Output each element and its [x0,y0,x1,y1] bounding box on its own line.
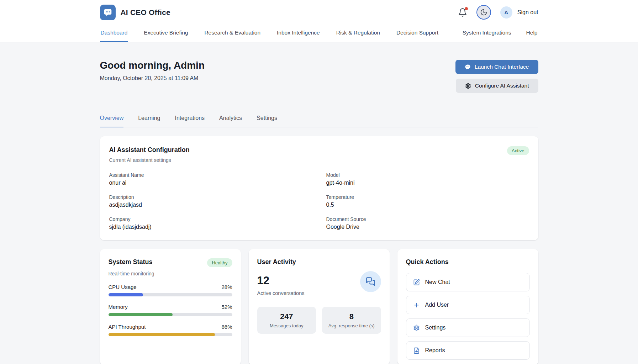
stat-label: Messages today [261,323,313,328]
sign-out-button[interactable]: Sign out [517,9,538,16]
progress-fill-cpu [109,293,143,296]
app-title: AI CEO Office [121,8,170,17]
nav-item-system-integrations[interactable]: System Integrations [462,25,512,42]
nav-item-dashboard[interactable]: Dashboard [100,25,128,42]
stat-value: 247 [261,312,313,321]
current-datetime: Monday, October 20, 2025 at 11:09 AM [100,75,205,81]
metric-api-throughput: API Throughput 86% [109,324,232,336]
add-user-button[interactable]: Add User [406,296,530,314]
system-status-title: System Status [109,258,153,266]
app-logo-chat-icon [100,5,116,20]
user-avatar[interactable]: A [500,6,512,19]
quick-actions-title: Quick Actions [406,258,530,266]
config-card-title: AI Assistant Configuration [109,146,190,154]
field-value: sjdla (idasjdsadj) [109,224,312,230]
metric-label: Memory [109,304,128,310]
launch-chat-button[interactable]: Launch Chat Interface [455,60,538,74]
edit-pencil-icon [413,279,420,286]
user-activity-card: User Activity 12 Active conversations 24… [249,249,390,364]
reports-label: Reports [425,347,445,354]
field-label: Temperature [326,194,529,200]
field-label: Assistant Name [109,172,312,178]
configure-ai-label: Configure AI Assistant [475,83,529,89]
metric-memory: Memory 52% [109,304,232,316]
tab-integrations[interactable]: Integrations [175,115,205,127]
tab-settings[interactable]: Settings [257,115,277,127]
main-content: Good morning, Admin Monday, October 20, … [100,60,538,364]
metric-value: 52% [221,304,232,310]
launch-chat-label: Launch Chat Interface [475,64,529,70]
nav-item-executive-briefing[interactable]: Executive Briefing [143,25,189,42]
configure-ai-button[interactable]: Configure AI Assistant [456,79,538,93]
tab-analytics[interactable]: Analytics [219,115,242,127]
stat-value: 8 [326,312,378,321]
report-document-icon [413,347,420,354]
active-conversations-label: Active conversations [257,290,305,296]
status-badge-active: Active [507,146,529,155]
metric-cpu-usage: CPU Usage 28% [109,284,232,296]
field-description: Description asdjasdkjasd [109,194,312,208]
config-card-subtitle: Current AI assistant settings [109,157,190,163]
moon-icon [480,9,487,16]
tab-learning[interactable]: Learning [138,115,160,127]
new-chat-button[interactable]: New Chat [406,273,530,291]
system-status-card: System Status Healthy Real-time monitori… [100,249,241,364]
nav-item-decision-support[interactable]: Decision Support [396,25,439,42]
field-label: Company [109,216,312,222]
new-chat-label: New Chat [425,279,450,285]
brand: AI CEO Office [100,5,170,20]
settings-label: Settings [425,325,446,331]
gear-icon [465,83,471,89]
plus-icon [413,302,420,308]
progress-track [109,333,232,336]
nav-item-research-evaluation[interactable]: Research & Evaluation [204,25,261,42]
chat-bubbles-icon [360,271,381,292]
field-value: onur ai [109,180,312,186]
stat-avg-response-time: 8 Avg. response time (s) [322,307,381,334]
app-header: AI CEO Office A Sign out [0,0,638,42]
notifications-bell-icon[interactable] [458,8,467,17]
settings-button[interactable]: Settings [406,318,530,337]
progress-track [109,293,232,296]
stat-label: Avg. response time (s) [326,323,378,328]
progress-track [109,313,232,316]
page-title: Good morning, Admin [100,60,205,71]
system-status-subtitle: Real-time monitoring [109,271,232,276]
nav-item-risk-regulation[interactable]: Risk & Regulation [336,25,381,42]
metric-value: 28% [221,284,232,290]
status-badge-healthy: Healthy [207,258,232,267]
field-label: Model [326,172,529,178]
field-label: Document Source [326,216,529,222]
nav-item-help[interactable]: Help [526,25,538,42]
metric-value: 86% [221,324,232,330]
field-temperature: Temperature 0.5 [326,194,529,208]
chat-bubble-icon [465,64,471,70]
reports-button[interactable]: Reports [406,341,530,360]
dashboard-tabs: Overview Learning Integrations Analytics… [100,115,538,127]
field-model: Model gpt-4o-mini [326,172,529,186]
tab-overview[interactable]: Overview [100,115,124,127]
progress-fill-api [109,333,215,336]
notification-dot [465,7,468,10]
quick-actions-card: Quick Actions New Chat Add User [397,249,538,364]
main-nav: Dashboard Executive Briefing Research & … [100,25,538,42]
nav-item-inbox-intelligence[interactable]: Inbox Intelligence [276,25,321,42]
ai-assistant-configuration-card: AI Assistant Configuration Current AI as… [100,136,538,240]
field-value: Google Drive [326,224,529,230]
add-user-label: Add User [425,302,449,308]
stat-messages-today: 247 Messages today [257,307,316,334]
progress-fill-memory [109,313,173,316]
field-company: Company sjdla (idasjdsadj) [109,216,312,230]
metric-label: CPU Usage [109,284,137,290]
gear-icon [413,325,420,331]
metric-label: API Throughput [109,324,146,330]
field-document-source: Document Source Google Drive [326,216,529,230]
field-value: gpt-4o-mini [326,180,529,186]
active-conversations-count: 12 [257,274,305,287]
dark-mode-toggle[interactable] [476,5,491,20]
field-assistant-name: Assistant Name onur ai [109,172,312,186]
field-label: Description [109,194,312,200]
user-activity-title: User Activity [257,258,305,266]
field-value: asdjasdkjasd [109,202,312,208]
field-value: 0.5 [326,202,529,208]
